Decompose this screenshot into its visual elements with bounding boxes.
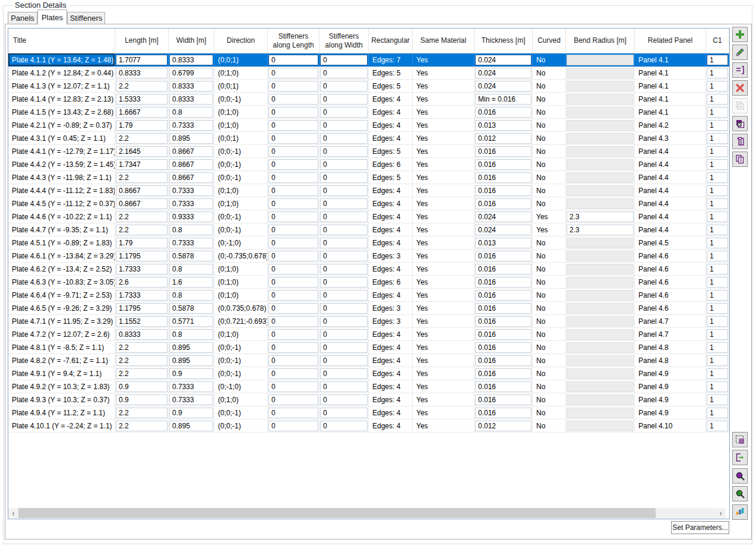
cell-direction[interactable]: (0;0.721;-0.693) bbox=[214, 315, 268, 327]
cell-title[interactable]: Plate 4.9.2 (Y = 10.3; Z = 1.83) bbox=[8, 380, 115, 393]
cell-same_material[interactable]: Yes bbox=[413, 210, 475, 223]
table-row[interactable]: Plate 4.4.2 (Y = -13.59; Z = 1.45)1.7347… bbox=[8, 158, 729, 171]
cell-title[interactable]: Plate 4.6.3 (Y = -10.83; Z = 3.05) bbox=[8, 276, 115, 288]
cell-direction[interactable]: (0;0;1) bbox=[214, 132, 268, 144]
cell-stiffeners_along_length[interactable]: 0 bbox=[268, 419, 320, 432]
cell-width[interactable]: 0.5878 bbox=[169, 250, 214, 262]
cell-c1[interactable]: 1 bbox=[706, 380, 729, 393]
cell-bend_radius[interactable] bbox=[566, 236, 635, 249]
cell-stiffeners_along_length[interactable]: 0 bbox=[268, 406, 320, 419]
cell-length[interactable]: 1.7347 bbox=[115, 158, 169, 171]
cell-title[interactable]: Plate 4.7.1 (Y = 11.95; Z = 3.29) bbox=[8, 315, 115, 327]
set-parameters-button[interactable]: Set Parameters... bbox=[671, 521, 729, 534]
cell-bend_radius[interactable] bbox=[566, 354, 635, 367]
cell-curved[interactable]: No bbox=[533, 393, 566, 406]
cell-stiffeners_along_length[interactable]: 0 bbox=[268, 250, 320, 262]
cell-curved[interactable]: No bbox=[533, 93, 566, 105]
column-header-bend_radius[interactable]: Bend Radius [m] bbox=[566, 29, 635, 53]
cell-related_panel[interactable]: Panel 4.1 bbox=[635, 67, 706, 79]
cell-c1[interactable]: 1 bbox=[706, 315, 729, 327]
cell-c1[interactable]: 1 bbox=[706, 119, 729, 131]
cell-same_material[interactable]: Yes bbox=[413, 236, 475, 249]
cell-width[interactable]: 0.8667 bbox=[169, 158, 214, 171]
cell-same_material[interactable]: Yes bbox=[413, 93, 475, 105]
cell-related_panel[interactable]: Panel 4.6 bbox=[635, 263, 706, 275]
cell-direction[interactable]: (0;0;-1) bbox=[214, 419, 268, 432]
cell-thickness[interactable]: 0.016 bbox=[475, 106, 533, 118]
cell-c1[interactable]: 1 bbox=[706, 171, 729, 184]
cell-bend_radius[interactable] bbox=[566, 106, 635, 118]
cell-stiffeners_along_width[interactable]: 0 bbox=[320, 380, 369, 393]
column-header-related_panel[interactable]: Related Panel bbox=[635, 29, 706, 53]
cell-title[interactable]: Plate 4.4.5 (Y = -11.12; Z = 0.37) bbox=[8, 197, 115, 210]
cell-rectangular[interactable]: Edges: 4 bbox=[369, 367, 413, 380]
cell-same_material[interactable]: Yes bbox=[413, 276, 475, 288]
cell-direction[interactable]: (0;0;-1) bbox=[214, 93, 268, 105]
column-header-c1[interactable]: C1 bbox=[706, 29, 729, 53]
cell-width[interactable]: 0.895 bbox=[169, 419, 214, 432]
cell-rectangular[interactable]: Edges: 4 bbox=[369, 236, 413, 249]
cell-related_panel[interactable]: Panel 4.9 bbox=[635, 393, 706, 406]
cell-length[interactable]: 2.2 bbox=[115, 354, 169, 367]
cell-length[interactable]: 2.2 bbox=[115, 80, 169, 92]
cell-related_panel[interactable]: Panel 4.4 bbox=[635, 197, 706, 210]
cell-length[interactable]: 2.2 bbox=[115, 341, 169, 354]
cell-rectangular[interactable]: Edges: 4 bbox=[369, 328, 413, 340]
cell-title[interactable]: Plate 4.1.1 (Y = 13.64; Z = 1.48) bbox=[8, 53, 115, 66]
table-row[interactable]: Plate 4.1.5 (Y = 13.43; Z = 2.68)1.66670… bbox=[8, 106, 729, 119]
cell-direction[interactable]: (0;-1;0) bbox=[214, 380, 268, 393]
cell-stiffeners_along_width[interactable]: 0 bbox=[320, 106, 369, 118]
cell-stiffeners_along_length[interactable]: 0 bbox=[268, 197, 320, 210]
cell-rectangular[interactable]: Edges: 3 bbox=[369, 315, 413, 327]
cell-title[interactable]: Plate 4.10.1 (Y = -2.24; Z = 1.1) bbox=[8, 419, 115, 432]
cell-direction[interactable]: (0;-0.735;0.678) bbox=[214, 250, 268, 262]
cell-width[interactable]: 0.8333 bbox=[169, 80, 214, 92]
cell-same_material[interactable]: Yes bbox=[413, 315, 475, 327]
cell-stiffeners_along_width[interactable]: 0 bbox=[320, 145, 369, 157]
cell-c1[interactable]: 1 bbox=[706, 67, 729, 79]
cell-related_panel[interactable]: Panel 4.2 bbox=[635, 119, 706, 131]
cell-curved[interactable]: No bbox=[533, 289, 566, 301]
cell-rectangular[interactable]: Edges: 4 bbox=[369, 380, 413, 393]
cell-stiffeners_along_length[interactable]: 0 bbox=[268, 53, 320, 66]
cell-c1[interactable]: 1 bbox=[706, 302, 729, 314]
table-row[interactable]: Plate 4.4.6 (Y = -10.22; Z = 1.1)2.20.93… bbox=[8, 210, 729, 223]
cell-c1[interactable]: 1 bbox=[706, 223, 729, 236]
cell-c1[interactable]: 1 bbox=[706, 263, 729, 275]
cell-rectangular[interactable]: Edges: 5 bbox=[369, 171, 413, 184]
cell-stiffeners_along_width[interactable]: 0 bbox=[320, 250, 369, 262]
cell-stiffeners_along_length[interactable]: 0 bbox=[268, 263, 320, 275]
cell-length[interactable]: 2.2 bbox=[115, 367, 169, 380]
cell-direction[interactable]: (0;0;-1) bbox=[214, 223, 268, 236]
cell-length[interactable]: 1.1795 bbox=[115, 250, 169, 262]
cell-length[interactable]: 1.79 bbox=[115, 236, 169, 249]
cell-rectangular[interactable]: Edges: 4 bbox=[369, 132, 413, 144]
cell-title[interactable]: Plate 4.4.1 (Y = -12.79; Z = 1.17) bbox=[8, 145, 115, 157]
cell-thickness[interactable]: Min = 0.016 bbox=[475, 93, 533, 105]
table-row[interactable]: Plate 4.8.2 (Y = -7.61; Z = 1.1)2.20.895… bbox=[8, 354, 729, 367]
column-header-stiffeners_along_length[interactable]: Stiffeners along Length bbox=[268, 29, 320, 53]
cell-same_material[interactable]: Yes bbox=[413, 119, 475, 131]
cell-length[interactable]: 2.2 bbox=[115, 210, 169, 223]
cell-curved[interactable]: No bbox=[533, 197, 566, 210]
cell-related_panel[interactable]: Panel 4.6 bbox=[635, 289, 706, 301]
cell-curved[interactable]: No bbox=[533, 341, 566, 354]
cell-thickness[interactable]: 0.016 bbox=[475, 380, 533, 393]
cell-related_panel[interactable]: Panel 4.4 bbox=[635, 158, 706, 171]
cell-title[interactable]: Plate 4.4.2 (Y = -13.59; Z = 1.45) bbox=[8, 158, 115, 171]
cell-curved[interactable]: No bbox=[533, 406, 566, 419]
cell-title[interactable]: Plate 4.4.3 (Y = -11.98; Z = 1.1) bbox=[8, 171, 115, 184]
cell-rectangular[interactable]: Edges: 5 bbox=[369, 145, 413, 157]
cell-title[interactable]: Plate 4.5.1 (Y = -0.89; Z = 1.83) bbox=[8, 236, 115, 249]
cell-stiffeners_along_width[interactable]: 0 bbox=[320, 393, 369, 406]
cell-stiffeners_along_width[interactable]: 0 bbox=[320, 197, 369, 210]
column-header-same_material[interactable]: Same Material bbox=[413, 29, 475, 53]
cell-c1[interactable]: 1 bbox=[706, 341, 729, 354]
cell-width[interactable]: 0.8 bbox=[169, 223, 214, 236]
cell-thickness[interactable]: 0.016 bbox=[475, 354, 533, 367]
cell-bend_radius[interactable] bbox=[566, 289, 635, 301]
cell-direction[interactable]: (0;0.735;0.678) bbox=[214, 302, 268, 314]
cell-direction[interactable]: (0;1;0) bbox=[214, 197, 268, 210]
cell-title[interactable]: Plate 4.4.4 (Y = -11.12; Z = 1.83) bbox=[8, 184, 115, 197]
cell-bend_radius[interactable] bbox=[566, 119, 635, 131]
